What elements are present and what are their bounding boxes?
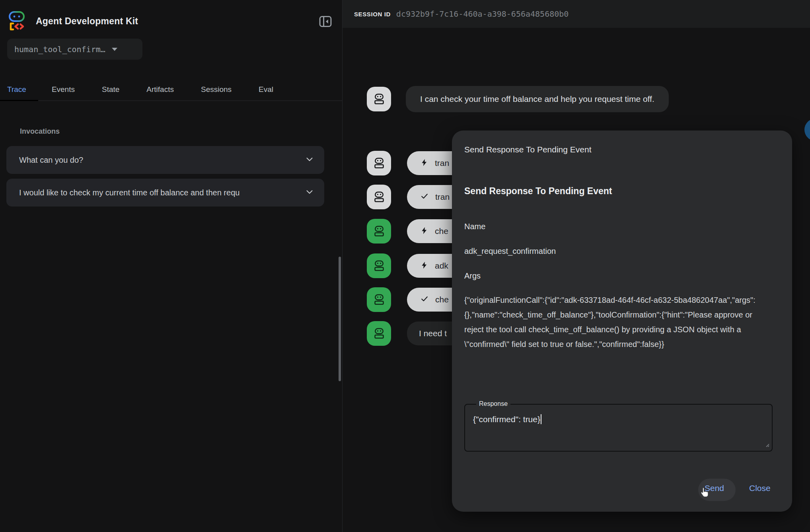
bolt-icon (420, 261, 428, 271)
tab-state[interactable]: State (88, 78, 133, 100)
response-field-label: Response (476, 400, 510, 407)
response-textarea[interactable]: Response {"confirmed": true} (464, 404, 773, 452)
robot-avatar-icon (367, 253, 391, 278)
resize-handle-icon[interactable] (765, 442, 769, 449)
tab-artifacts[interactable]: Artifacts (133, 78, 187, 100)
tab-trace[interactable]: Trace (0, 78, 38, 100)
sidebar-tabs: Trace Events State Artifacts Sessions Ev… (0, 78, 342, 101)
name-label: Name (464, 222, 485, 231)
invocation-item[interactable]: I would like to check my current time of… (6, 179, 324, 207)
event-chip-label: tran (435, 158, 449, 168)
send-response-dialog: Send Response To Pending Event Send Resp… (452, 131, 792, 512)
close-button[interactable]: Close (747, 482, 773, 495)
tab-eval[interactable]: Eval (245, 78, 287, 100)
dialog-title: Send Response To Pending Event (464, 145, 592, 154)
app-header: Agent Development Kit (8, 10, 138, 33)
check-icon (420, 192, 429, 202)
chevron-down-icon (304, 187, 315, 199)
robot-avatar-icon (367, 287, 391, 312)
session-bar: SESSION ID dc932b9f-7c16-460a-a398-656a4… (343, 0, 810, 28)
session-id-label: SESSION ID (354, 11, 391, 18)
args-value: {"originalFunctionCall":{"id":"adk-63371… (464, 293, 762, 352)
robot-avatar-icon (367, 321, 391, 346)
event-chip-label: che (435, 295, 449, 304)
session-id-value: dc932b9f-7c16-460a-a398-656a485680b0 (396, 9, 569, 19)
scroll-fab-partial[interactable] (804, 119, 810, 141)
tab-sessions[interactable]: Sessions (187, 78, 245, 100)
event-chip-label: che (435, 226, 448, 236)
cursor-pointer-icon (699, 487, 711, 501)
dialog-heading: Send Response To Pending Event (464, 186, 612, 197)
args-label: Args (464, 271, 481, 281)
robot-avatar-icon (367, 185, 391, 209)
dropdown-arrow-icon (112, 48, 117, 51)
bolt-icon (420, 226, 428, 236)
event-chip-label: adk (435, 261, 448, 271)
agent-message-bubble: I can check your time off balance and he… (406, 86, 669, 112)
sidebar: Agent Development Kit human_tool_confirm… (0, 0, 343, 532)
collapse-sidebar-button[interactable] (317, 14, 333, 30)
adk-logo-icon (8, 10, 27, 33)
collapse-panel-icon (318, 14, 333, 31)
chat-row: I can check your time off balance and he… (367, 86, 669, 112)
response-field-value: {"confirmed": true} (473, 414, 541, 424)
name-value: adk_request_confirmation (464, 247, 556, 256)
agent-select-dropdown[interactable]: human_tool_confirm… (7, 39, 142, 60)
invocation-item[interactable]: What can you do? (6, 146, 324, 174)
tab-events[interactable]: Events (38, 78, 88, 100)
robot-avatar-icon (367, 87, 391, 111)
check-icon (420, 294, 429, 305)
adk-web-app: Agent Development Kit human_tool_confirm… (0, 0, 810, 532)
invocations-heading: Invocations (20, 127, 60, 136)
bolt-icon (420, 158, 428, 168)
app-title: Agent Development Kit (36, 16, 138, 27)
invocation-label: I would like to check my current time of… (19, 188, 300, 197)
sidebar-scrollbar-thumb[interactable] (339, 257, 341, 381)
robot-avatar-icon (367, 151, 391, 175)
chevron-down-icon (304, 154, 315, 166)
event-chip-label: tran (435, 192, 450, 202)
text-caret (541, 414, 541, 424)
invocation-label: What can you do? (19, 156, 300, 165)
agent-select-value: human_tool_confirm… (14, 45, 105, 54)
robot-avatar-icon (367, 219, 391, 244)
